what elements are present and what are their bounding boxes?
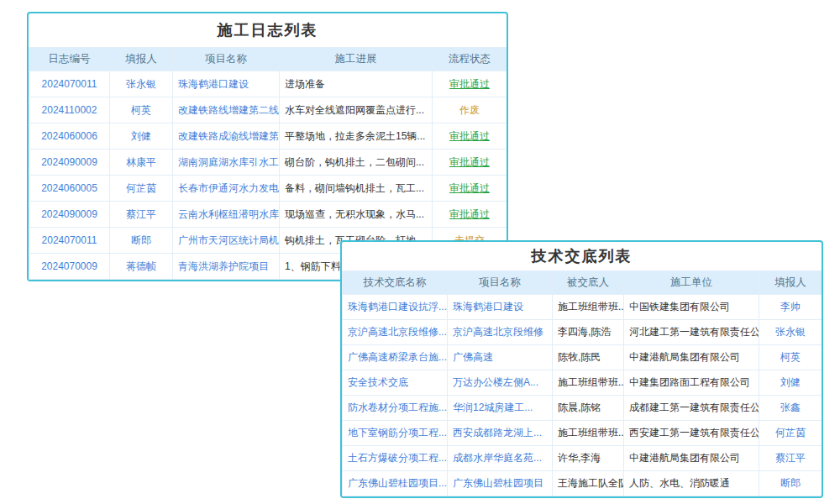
log-id-cell[interactable]: 2024110002	[29, 97, 110, 123]
project-name-cell[interactable]: 改建铁路成渝线增建第二...	[173, 123, 280, 150]
project-name-cell[interactable]: 湖南洞庭湖水库引水工程...	[173, 150, 280, 176]
log-id-cell[interactable]: 2024070011	[29, 71, 110, 97]
status-cell[interactable]: 审批通过	[433, 176, 507, 202]
table-row: 2024070011张永银珠海鹤港口建设进场准备审批通过	[29, 71, 507, 97]
project-name-cell[interactable]: 青海洪湖养护院项目	[173, 254, 280, 280]
project-name-cell[interactable]: 广州市天河区统计局机房...	[173, 228, 280, 254]
table-row: 土石方爆破分项工程...成都水岸华庭名苑...许华,李海中建港航局集团有限公司蔡…	[343, 446, 822, 471]
table-row: 安全技术交底万达办公楼左侧A...施工班组带班...中建集团路面工程有限公司刘健	[343, 370, 822, 396]
project-name-cell[interactable]: 广佛高速	[448, 345, 553, 370]
column-header: 填报人	[759, 271, 822, 295]
column-header: 填报人	[110, 48, 173, 71]
progress-cell: 水车对全线遮阳网覆盖点进行...	[280, 97, 433, 123]
reporter-cell[interactable]: 刘健	[759, 370, 822, 396]
reporter-cell[interactable]: 何芷茵	[110, 176, 173, 202]
project-name-cell[interactable]: 成都水岸华庭名苑...	[448, 446, 553, 471]
table-row: 2024090009蔡江平云南水利枢纽潜明水库—...现场巡查，无积水现象，水马…	[29, 202, 507, 228]
project-name-cell[interactable]: 万达办公楼左侧A...	[448, 370, 553, 396]
construction-unit-cell: 河北建工第一建筑有限责任公司	[624, 320, 759, 345]
construction-unit-cell: 人防、水电、消防暖通	[624, 471, 759, 496]
receiver-cell: 许华,李海	[553, 446, 624, 471]
reporter-cell[interactable]: 柯英	[110, 97, 173, 123]
log-id-cell[interactable]: 2024070009	[29, 254, 110, 280]
project-name-cell[interactable]: 华润12城房建工...	[448, 396, 553, 421]
project-name-cell[interactable]: 改建铁路线增建第二线直...	[173, 97, 280, 123]
log-id-cell[interactable]: 2024060006	[29, 123, 110, 150]
progress-cell: 砌台阶，钩机排土，二包砌间...	[280, 150, 433, 176]
column-header: 技术交底名称	[343, 271, 448, 295]
log-id-cell[interactable]: 2024090009	[29, 202, 110, 228]
log-table-header-row: 日志编号填报人项目名称施工进展流程状态	[29, 48, 507, 71]
table-row: 2024060006刘健改建铁路成渝线增建第二...平整场地，拉走多余泥土15辆…	[29, 123, 507, 150]
status-cell[interactable]: 审批通过	[433, 202, 507, 228]
receiver-cell: 施工班组带班...	[553, 370, 624, 396]
project-name-cell[interactable]: 珠海鹤港口建设	[448, 295, 553, 320]
reporter-cell[interactable]: 刘健	[110, 123, 173, 150]
technical-disclosure-panel: 技术交底列表 技术交底名称项目名称被交底人施工单位填报人 珠海鹤港口建设抗浮..…	[340, 240, 823, 498]
table-row: 京沪高速北京段维修...京沪高速北京段维修李四海,陈浩河北建工第一建筑有限责任公…	[343, 320, 822, 345]
project-name-cell[interactable]: 京沪高速北京段维修	[448, 320, 553, 345]
disclosure-name-cell[interactable]: 安全技术交底	[343, 370, 448, 396]
disclosure-name-cell[interactable]: 广东佛山碧桂园项目...	[343, 471, 448, 496]
log-id-cell[interactable]: 2024070011	[29, 228, 110, 254]
column-header: 施工单位	[624, 271, 759, 295]
construction-unit-cell: 中国铁建集团有限公司	[624, 295, 759, 320]
log-id-cell[interactable]: 2024090009	[29, 150, 110, 176]
reporter-cell[interactable]: 张永银	[759, 320, 822, 345]
column-header: 流程状态	[433, 48, 507, 71]
construction-unit-cell: 中建集团路面工程有限公司	[624, 370, 759, 396]
column-header: 项目名称	[173, 48, 280, 71]
disclosure-name-cell[interactable]: 广佛高速桥梁承台施...	[343, 345, 448, 370]
reporter-cell[interactable]: 蔡江平	[110, 202, 173, 228]
reporter-cell[interactable]: 蒋德帧	[110, 254, 173, 280]
construction-unit-cell: 中建港航局集团有限公司	[624, 446, 759, 471]
reporter-cell[interactable]: 张鑫	[759, 396, 822, 421]
disclosure-name-cell[interactable]: 防水卷材分项工程施...	[343, 396, 448, 421]
project-name-cell[interactable]: 长春市伊通河水力发电厂...	[173, 176, 280, 202]
progress-cell: 备料，砌间墙钩机排土，瓦工...	[280, 176, 433, 202]
progress-cell: 进场准备	[280, 71, 433, 97]
column-header: 被交底人	[553, 271, 624, 295]
receiver-cell: 陈晨,陈铭	[553, 396, 624, 421]
construction-unit-cell: 中建港航局集团有限公司	[624, 345, 759, 370]
disclosure-table-header-row: 技术交底名称项目名称被交底人施工单位填报人	[343, 271, 822, 295]
table-row: 地下室钢筋分项工程...西安成都路龙湖上...施工班组带班...西安建工第一建筑…	[343, 421, 822, 446]
project-name-cell[interactable]: 云南水利枢纽潜明水库—...	[173, 202, 280, 228]
reporter-cell[interactable]: 断郎	[110, 228, 173, 254]
table-row: 2024090009林康平湖南洞庭湖水库引水工程...砌台阶，钩机排土，二包砌间…	[29, 150, 507, 176]
log-id-cell[interactable]: 2024060005	[29, 176, 110, 202]
project-name-cell[interactable]: 珠海鹤港口建设	[173, 71, 280, 97]
disclosure-panel-title: 技术交底列表	[342, 242, 822, 270]
disclosure-name-cell[interactable]: 珠海鹤港口建设抗浮...	[343, 295, 448, 320]
table-row: 广佛高速桥梁承台施...广佛高速陈牧,陈民中建港航局集团有限公司柯英	[343, 345, 822, 370]
progress-cell: 平整场地，拉走多余泥土15辆...	[280, 123, 433, 150]
project-name-cell[interactable]: 西安成都路龙湖上...	[448, 421, 553, 446]
table-row: 2024110002柯英改建铁路线增建第二线直...水车对全线遮阳网覆盖点进行.…	[29, 97, 507, 123]
reporter-cell[interactable]: 何芷茵	[759, 421, 822, 446]
receiver-cell: 陈牧,陈民	[553, 345, 624, 370]
table-row: 防水卷材分项工程施...华润12城房建工...陈晨,陈铭成都建工第一建筑有限责任…	[343, 396, 822, 421]
disclosure-name-cell[interactable]: 土石方爆破分项工程...	[343, 446, 448, 471]
receiver-cell: 施工班组带班...	[553, 421, 624, 446]
construction-unit-cell: 成都建工第一建筑有限责任公司	[624, 396, 759, 421]
construction-unit-cell: 西安建工第一建筑有限责任公司	[624, 421, 759, 446]
status-cell[interactable]: 审批通过	[433, 150, 507, 176]
reporter-cell[interactable]: 张永银	[110, 71, 173, 97]
progress-cell: 现场巡查，无积水现象，水马...	[280, 202, 433, 228]
column-header: 日志编号	[29, 48, 110, 71]
status-cell[interactable]: 作废	[433, 97, 507, 123]
reporter-cell[interactable]: 蔡江平	[759, 446, 822, 471]
project-name-cell[interactable]: 广东佛山碧桂园项目	[448, 471, 553, 496]
receiver-cell: 施工班组带班...	[553, 295, 624, 320]
status-cell[interactable]: 审批通过	[433, 71, 507, 97]
status-cell[interactable]: 审批通过	[433, 123, 507, 150]
disclosure-name-cell[interactable]: 京沪高速北京段维修...	[343, 320, 448, 345]
table-row: 珠海鹤港口建设抗浮...珠海鹤港口建设施工班组带班...中国铁建集团有限公司李帅	[343, 295, 822, 320]
table-row: 2024060005何芷茵长春市伊通河水力发电厂...备料，砌间墙钩机排土，瓦工…	[29, 176, 507, 202]
reporter-cell[interactable]: 断郎	[759, 471, 822, 496]
column-header: 施工进展	[280, 48, 433, 71]
reporter-cell[interactable]: 李帅	[759, 295, 822, 320]
reporter-cell[interactable]: 林康平	[110, 150, 173, 176]
disclosure-name-cell[interactable]: 地下室钢筋分项工程...	[343, 421, 448, 446]
reporter-cell[interactable]: 柯英	[759, 345, 822, 370]
